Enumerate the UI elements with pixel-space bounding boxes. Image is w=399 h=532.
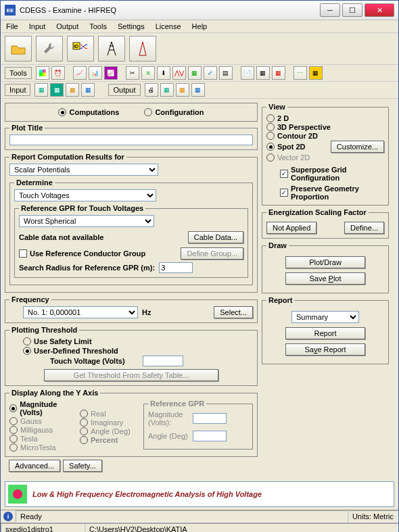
report-results-legend: Report Computation Results for bbox=[9, 153, 126, 161]
plotting-legend: Plotting Threshold bbox=[9, 326, 79, 334]
menu-settings[interactable]: Settings bbox=[116, 22, 146, 31]
touch-voltage-label: Touch Voltage (Volts) bbox=[50, 357, 125, 365]
plot-title-input[interactable] bbox=[9, 135, 253, 145]
yaxis-magnitude[interactable]: Magnitude (Volts) bbox=[9, 400, 77, 416]
input-icon-2[interactable]: ▦ bbox=[50, 83, 64, 97]
yaxis-milligauss[interactable]: Milligauss bbox=[9, 426, 77, 434]
save-report-button[interactable]: Save Report bbox=[285, 343, 365, 356]
use-safety-radio[interactable]: Use Safety Limit bbox=[23, 337, 253, 345]
input-icon-3[interactable]: ▦ bbox=[66, 83, 79, 97]
tool-icon-10[interactable]: ▦ bbox=[188, 66, 202, 80]
output-icon-4[interactable]: ▦ bbox=[191, 83, 205, 97]
tool-icon-8[interactable]: ⬇ bbox=[157, 66, 170, 80]
menu-tools[interactable]: Tools bbox=[88, 22, 108, 31]
yaxis-angle[interactable]: Angle (Deg) bbox=[80, 427, 141, 435]
tower-icon[interactable] bbox=[98, 36, 125, 62]
determine-legend: Determine bbox=[14, 178, 55, 187]
output-icon-3[interactable]: ▦ bbox=[176, 83, 189, 97]
cable-msg: Cable data not available bbox=[19, 233, 103, 241]
report-select[interactable]: Summary bbox=[291, 311, 359, 323]
touch-voltage-input[interactable] bbox=[143, 356, 183, 366]
input-icon-4[interactable]: ▦ bbox=[81, 83, 95, 97]
status-file: sxedio1distro1 bbox=[1, 523, 85, 532]
input-icon-1[interactable]: ▦ bbox=[34, 83, 48, 97]
open-icon[interactable] bbox=[5, 36, 32, 62]
close-button[interactable]: ✕ bbox=[365, 3, 394, 17]
output-icon-2[interactable]: ▦ bbox=[160, 83, 174, 97]
tool-icon-3[interactable]: 📈 bbox=[73, 66, 87, 80]
superpose-checkbox[interactable]: Superpose Grid Configuration bbox=[280, 166, 384, 182]
results-select[interactable]: Scalar Potentials bbox=[9, 164, 158, 176]
input-label: Input bbox=[5, 84, 30, 96]
tab-configuration[interactable]: Configuration bbox=[144, 108, 204, 116]
view-legend: View bbox=[266, 103, 287, 111]
define-button[interactable]: Define... bbox=[344, 222, 384, 234]
angle-input[interactable] bbox=[193, 431, 227, 441]
tool-icon-12[interactable]: ▤ bbox=[219, 66, 233, 80]
tool-icon-15[interactable]: ▦ bbox=[272, 66, 285, 80]
safety-button[interactable]: Safety... bbox=[63, 460, 102, 472]
view-vector[interactable]: Vector 2D bbox=[266, 153, 384, 162]
menu-output[interactable]: Output bbox=[55, 22, 80, 31]
id-icon[interactable]: ID bbox=[67, 36, 94, 62]
yaxis-real[interactable]: Real bbox=[80, 410, 141, 418]
menu-license[interactable]: License bbox=[154, 22, 183, 31]
search-radius-input[interactable] bbox=[159, 262, 193, 273]
tool-icon-2[interactable]: ⏰ bbox=[51, 66, 65, 80]
output-icon-1[interactable]: 🖨 bbox=[145, 83, 158, 97]
maximize-button[interactable]: ☐ bbox=[342, 3, 362, 17]
tab-computations[interactable]: Computations bbox=[58, 108, 119, 116]
frequency-select-button[interactable]: Select... bbox=[214, 306, 253, 318]
ref-gpr-select[interactable]: Worst Spherical bbox=[19, 215, 154, 227]
tool-icon-13[interactable]: 📄 bbox=[241, 66, 254, 80]
menu-file[interactable]: File bbox=[5, 22, 20, 31]
advanced-button[interactable]: Advanced... bbox=[9, 460, 60, 472]
view-contour[interactable]: Contour 2D bbox=[266, 132, 384, 140]
status-units: Units: Metric bbox=[348, 510, 398, 523]
svg-text:ID: ID bbox=[74, 44, 78, 49]
tool-icon-16[interactable]: ⋯ bbox=[294, 66, 307, 80]
cable-data-button[interactable]: Cable Data... bbox=[188, 231, 243, 243]
view-spot[interactable]: Spot 2D bbox=[266, 143, 306, 151]
tool-icon-5[interactable]: 📈 bbox=[104, 66, 118, 80]
yaxis-percent[interactable]: Percent bbox=[80, 436, 141, 444]
ref-gpr-display: Reference GPR Magnitude (Volts): Angle (… bbox=[143, 400, 253, 450]
status-path: C:\Users\HV2\Desktop\KATIA bbox=[85, 523, 398, 532]
get-threshold-button[interactable]: Get Threshold From Safety Table... bbox=[44, 369, 218, 381]
plot-draw-button[interactable]: Plot/Draw bbox=[285, 256, 365, 268]
menubar: File Input Output Tools Settings License… bbox=[1, 20, 398, 33]
user-defined-radio[interactable]: User-Defined Threshold bbox=[23, 347, 118, 355]
mag-input[interactable] bbox=[193, 413, 227, 424]
view-2d[interactable]: 2 D bbox=[266, 114, 384, 122]
customize-button[interactable]: Customize... bbox=[331, 141, 384, 153]
minimize-button[interactable]: ─ bbox=[320, 3, 340, 17]
tool-icon-14[interactable]: ▦ bbox=[256, 66, 270, 80]
menu-input[interactable]: Input bbox=[28, 22, 47, 31]
not-applied-button[interactable]: Not Applied bbox=[266, 222, 316, 234]
determine-select[interactable]: Touch Voltages bbox=[14, 189, 156, 201]
preserve-checkbox[interactable]: Preserve Geometry Proportion bbox=[280, 185, 384, 201]
report-button[interactable]: Report bbox=[285, 327, 365, 339]
save-plot-button[interactable]: Save Plot bbox=[285, 272, 365, 285]
statusbar2: sxedio1distro1 C:\Users\HV2\Desktop\KATI… bbox=[1, 523, 398, 532]
tool-icon-9[interactable]: ⋀⋁ bbox=[172, 66, 186, 80]
tool-icon-6[interactable]: ✂ bbox=[126, 66, 139, 80]
compass-icon[interactable] bbox=[129, 36, 156, 62]
tool-icon-17[interactable]: ▦ bbox=[309, 66, 323, 80]
yaxis-tesla[interactable]: Tesla bbox=[9, 435, 77, 443]
frequency-select[interactable]: No. 1: 0,000001 bbox=[23, 306, 138, 318]
view-3d[interactable]: 3D Perspective bbox=[266, 123, 384, 131]
draw-group: Draw Plot/Draw Save Plot bbox=[262, 241, 389, 293]
tool-icon-1[interactable] bbox=[36, 66, 49, 80]
menu-help[interactable]: Help bbox=[191, 22, 209, 31]
wrench-icon[interactable] bbox=[36, 36, 63, 62]
yaxis-imaginary[interactable]: Imaginary bbox=[80, 418, 141, 427]
yaxis-gauss[interactable]: Gauss bbox=[9, 417, 77, 425]
tool-icon-11[interactable]: ⤢ bbox=[204, 66, 217, 80]
define-group-button[interactable]: Define Group... bbox=[181, 247, 243, 260]
tool-icon-4[interactable]: 📊 bbox=[89, 66, 102, 80]
yaxis-microtesla[interactable]: MicroTesla bbox=[9, 443, 77, 452]
report-results-group: Report Computation Results for Scalar Po… bbox=[5, 153, 258, 293]
use-ref-checkbox[interactable]: Use Reference Conductor Group bbox=[19, 249, 145, 258]
tool-icon-7[interactable]: ⤭ bbox=[141, 66, 155, 80]
